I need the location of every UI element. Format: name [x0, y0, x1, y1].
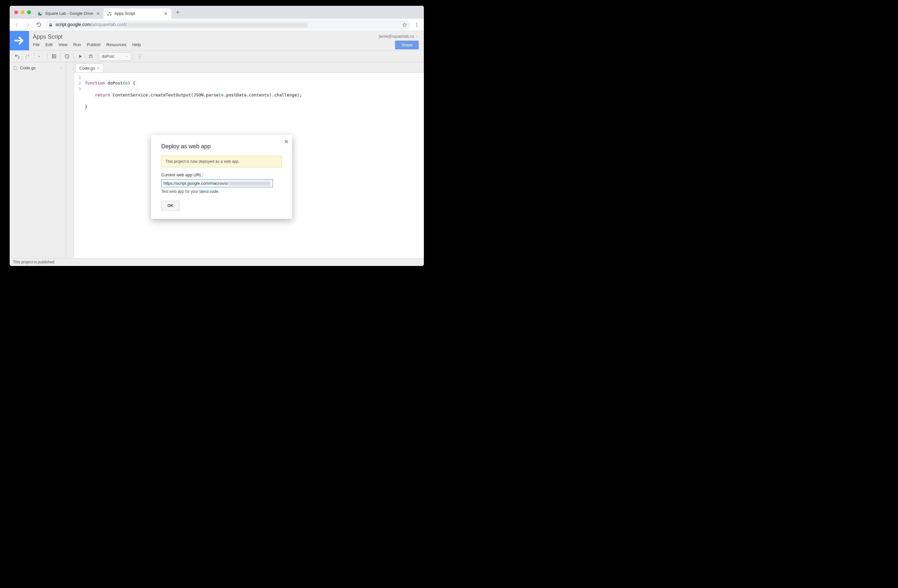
back-button[interactable]: [12, 20, 21, 29]
svg-point-6: [110, 12, 111, 13]
share-button[interactable]: Share: [395, 41, 419, 49]
close-tab-icon[interactable]: [96, 11, 100, 16]
app-title: Apps Script: [33, 34, 375, 40]
svg-point-12: [89, 55, 92, 58]
toolbar: doPost: [10, 51, 424, 62]
close-tab-icon[interactable]: [163, 11, 168, 16]
sidebar-file-item[interactable]: Code.gs: [10, 63, 66, 72]
minimize-window-icon[interactable]: [21, 10, 25, 14]
window-controls: [12, 10, 34, 14]
ok-button[interactable]: OK: [161, 201, 179, 210]
browser-window: Square Lab - Google Drive Apps Script sc…: [10, 6, 424, 266]
dialog-title: Deploy as web app: [161, 143, 282, 150]
function-select[interactable]: doPost: [99, 52, 131, 61]
chevron-down-icon[interactable]: [59, 66, 63, 70]
forward-button[interactable]: [23, 20, 32, 29]
menu-publish[interactable]: Publish: [87, 42, 101, 47]
editor-gutter: [66, 62, 74, 258]
menu-view[interactable]: View: [58, 42, 68, 47]
svg-rect-7: [49, 25, 52, 26]
sidebar: Code.gs: [10, 62, 66, 258]
svg-point-8: [417, 23, 417, 23]
save-button[interactable]: [49, 52, 59, 61]
chevron-down-icon: [415, 35, 419, 38]
debug-button[interactable]: [86, 52, 95, 61]
maximize-window-icon[interactable]: [27, 10, 31, 14]
status-bar: This project is published: [10, 258, 424, 266]
undo-button[interactable]: [12, 52, 22, 61]
menu-run[interactable]: Run: [73, 42, 81, 47]
menu-edit[interactable]: Edit: [46, 42, 52, 47]
url-text: script.google.com/a/squarelab.co/d/: [55, 22, 308, 27]
app-logo-icon: [10, 31, 29, 50]
redacted-url: [127, 23, 308, 28]
menu-bar: File Edit View Run Publish Resources Hel…: [33, 42, 375, 47]
close-file-icon[interactable]: ×: [97, 66, 99, 71]
triggers-button[interactable]: [62, 52, 72, 61]
svg-point-5: [110, 14, 111, 15]
user-email[interactable]: jamie@squarelab.co: [379, 34, 419, 39]
chevron-down-icon: [125, 55, 128, 58]
svg-point-3: [108, 14, 109, 15]
dialog-notice: This project is now deployed as a web ap…: [161, 156, 282, 167]
menu-resources[interactable]: Resources: [106, 42, 126, 47]
lock-icon: [48, 23, 53, 27]
star-icon[interactable]: [402, 22, 407, 28]
line-numbers: 1 2 3: [74, 72, 83, 258]
tab-apps-script[interactable]: Apps Script: [103, 8, 171, 19]
app-body: Code.gs Code.gs × 1 2 3 function doPost(…: [10, 62, 424, 258]
svg-point-10: [417, 26, 417, 26]
deploy-dialog: × Deploy as web app This project is now …: [151, 135, 292, 219]
tab-title: Square Lab - Google Drive: [45, 11, 93, 16]
redo-button[interactable]: [23, 52, 32, 61]
tab-strip: Square Lab - Google Drive Apps Script: [10, 6, 424, 19]
tab-title: Apps Script: [114, 11, 161, 16]
new-tab-button[interactable]: [173, 8, 182, 17]
menu-help[interactable]: Help: [132, 42, 141, 47]
close-dialog-icon[interactable]: ×: [284, 138, 288, 145]
tab-drive[interactable]: Square Lab - Google Drive: [34, 8, 103, 19]
webapp-url-input[interactable]: https://script.google.com/macros/s/: [161, 179, 273, 187]
test-hint: Test web app for your latest code.: [161, 189, 282, 194]
address-bar: script.google.com/a/squarelab.co/d/: [10, 19, 424, 31]
svg-point-4: [109, 12, 110, 13]
url-label: Current web app URL:: [161, 172, 282, 177]
lightbulb-button[interactable]: [135, 52, 145, 61]
app-header: Apps Script File Edit View Run Publish R…: [10, 31, 424, 51]
svg-point-9: [417, 24, 417, 25]
reload-button[interactable]: [34, 20, 43, 29]
file-name: Code.gs: [20, 66, 35, 70]
editor-tab[interactable]: Code.gs ×: [75, 63, 103, 72]
latest-code-link[interactable]: latest code: [199, 189, 218, 194]
drive-favicon-icon: [37, 11, 43, 16]
omnibox[interactable]: script.google.com/a/squarelab.co/d/: [45, 20, 410, 29]
file-icon: [13, 66, 17, 70]
redacted-url: [228, 181, 270, 185]
run-button[interactable]: [75, 52, 85, 61]
indent-button[interactable]: [36, 52, 46, 61]
close-window-icon[interactable]: [14, 10, 18, 14]
apps-script-favicon-icon: [107, 11, 112, 16]
browser-menu-button[interactable]: [412, 20, 421, 29]
menu-file[interactable]: File: [33, 42, 40, 47]
